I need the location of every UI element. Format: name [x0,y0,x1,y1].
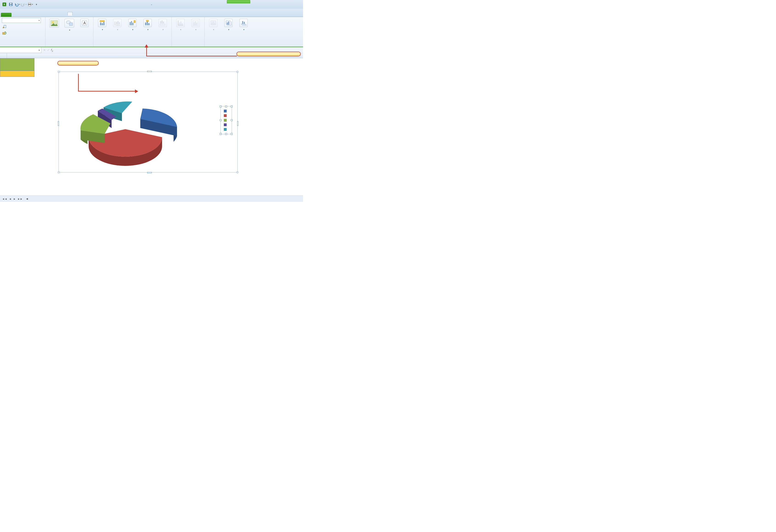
sheet-nav-prev-icon[interactable]: ◄ [8,197,12,201]
chart-title-icon [98,19,106,27]
cell-c1[interactable] [0,58,34,71]
picture-icon [49,19,59,27]
shapes-button[interactable] [62,18,76,32]
svg-rect-26 [130,22,131,25]
reset-style-button[interactable] [2,31,8,36]
contextual-tab-label [227,0,250,3]
svg-rect-50 [213,22,214,25]
legend-item[interactable] [224,127,228,132]
resize-handle-s[interactable] [147,172,152,173]
sheet-nav-next-icon[interactable]: ► [13,197,17,201]
data-labels-button[interactable] [141,18,155,32]
chart-wall-button[interactable] [222,18,235,32]
tab-view[interactable] [55,11,56,13]
sheet-nav-last-icon[interactable]: ►► [17,197,23,201]
qat-customize-icon[interactable]: ▾ [33,2,39,7]
axes-label [180,28,181,31]
gridlines-label [195,28,197,31]
svg-rect-33 [146,20,149,22]
legend-label [132,28,133,31]
resize-handle-w[interactable] [58,121,59,126]
pie-chart[interactable] [63,88,183,171]
tab-formulas[interactable] [34,11,36,13]
tab-insert[interactable] [20,11,22,13]
tab-review[interactable] [48,11,50,13]
group-current-selection: ▾ [0,17,45,47]
picture-button[interactable] [47,18,61,29]
svg-rect-54 [242,21,243,24]
undo-icon[interactable]: ▾ [14,2,20,7]
svg-rect-17 [100,20,105,22]
group-axes [172,17,205,47]
svg-rect-53 [228,22,229,25]
chart-floor-icon [239,19,248,27]
print-icon[interactable]: ▾ [27,2,33,7]
svg-rect-24 [118,21,119,24]
cells-area[interactable] [0,58,303,187]
sheet-nav-first-icon[interactable]: ◄◄ [1,197,8,201]
resize-handle-nw[interactable] [58,71,60,73]
fx-enter-icon: ✓ [47,48,50,52]
legend-item[interactable] [224,122,228,127]
svg-rect-34 [160,21,161,23]
worksheet-grid[interactable] [0,53,303,196]
sheet-tab-bar: ◄◄◄►►► ◄ [0,196,303,202]
chart-wall-icon [224,19,233,27]
legend-item[interactable] [224,113,228,118]
svg-rect-46 [195,21,196,25]
sheet-nav[interactable]: ◄◄◄►►► [0,197,25,201]
shapes-label [68,28,70,31]
tab-layout[interactable] [67,12,72,16]
select-all-corner[interactable] [0,53,7,58]
resize-handle-se[interactable] [236,171,238,173]
legend-item[interactable] [224,109,228,113]
tab-page-layout[interactable] [27,11,29,13]
svg-rect-45 [194,22,194,25]
resize-handle-e[interactable] [237,121,238,126]
resize-handle-ne[interactable] [236,71,238,73]
resize-handle-sw[interactable] [58,171,60,173]
svg-text:X: X [3,3,5,6]
legend-swatch [224,110,227,112]
svg-rect-14 [69,23,72,25]
svg-rect-19 [102,23,103,25]
name-box[interactable] [0,47,41,53]
svg-point-12 [52,21,54,23]
chart-floor-button[interactable] [237,18,250,32]
chart-element-selector[interactable]: ▾ [2,18,41,23]
tab-data[interactable] [41,11,43,13]
redo-icon[interactable]: ▾ [21,2,27,7]
group-insert: A [45,17,93,47]
svg-rect-30 [145,22,146,25]
fx-icon[interactable]: fx [51,48,53,52]
textbox-button[interactable]: A [77,18,91,29]
svg-rect-29 [134,20,136,23]
chart-legend[interactable] [220,106,232,134]
group-label [95,45,170,46]
chart-title-label [101,28,103,31]
chart-object[interactable] [58,71,238,173]
data-table-icon [159,19,167,27]
chart-title-button[interactable] [95,18,109,32]
tab-design[interactable] [61,13,63,15]
axes-button [174,18,187,32]
excel-icon[interactable]: X [1,2,7,7]
format-selection-button[interactable] [2,24,8,30]
reset-style-icon [2,31,6,36]
arrow-head-icon [145,44,148,47]
legend-button[interactable] [126,18,139,32]
ribbon: ▾ A [0,17,303,47]
tab-format[interactable] [77,13,79,15]
legend-item[interactable] [224,118,228,122]
horizontal-scroll-left-icon[interactable]: ◄ [25,197,28,201]
cell-c2[interactable] [0,71,34,77]
svg-rect-25 [119,22,120,24]
file-tab[interactable] [1,13,11,17]
resize-handle-n[interactable] [147,71,152,72]
svg-rect-51 [214,23,215,25]
axis-titles-button [111,18,124,32]
save-icon[interactable] [8,2,14,7]
tab-home[interactable] [13,11,15,13]
group-background [205,17,252,47]
data-labels-icon [144,19,152,27]
